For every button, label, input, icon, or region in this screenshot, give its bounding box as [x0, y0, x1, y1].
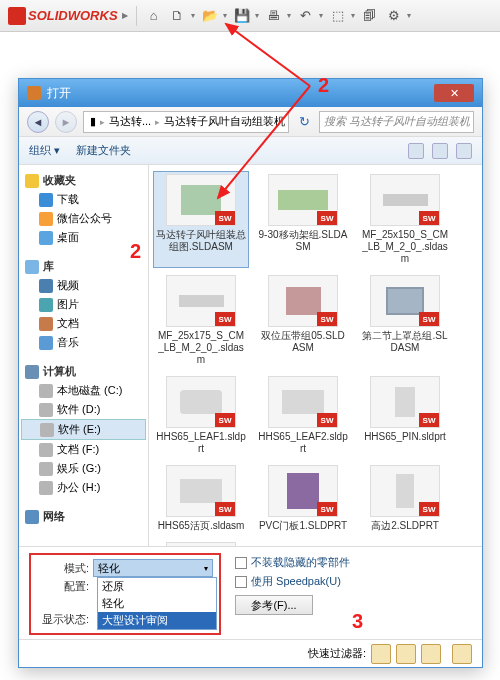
file-item[interactable]: SWMF_25x175_S_CM_LB_M_2_0_.sldasm [153, 272, 249, 369]
close-button[interactable]: ✕ [434, 84, 474, 102]
app-logo: SOLIDWORKS [8, 7, 118, 25]
dialog-nav: ◄ ► ▮▸ 马达转...▸ 马达转子风叶自动组装机▸ ▾ ↻ 搜索 马达转子风… [19, 107, 482, 137]
nav-fwd-button[interactable]: ► [55, 111, 77, 133]
save-icon[interactable]: 💾 [233, 7, 251, 25]
tree-music[interactable]: 音乐 [21, 333, 146, 352]
mode-option-largedesign[interactable]: 大型设计审阅 [98, 612, 216, 629]
file-item[interactable]: SWHHS65活页.sldasm [153, 462, 249, 535]
chevron-right-icon[interactable]: ▶ [122, 11, 128, 20]
open-icon[interactable]: 📂 [201, 7, 219, 25]
file-item[interactable]: SWHHS65_LEAF2.sldprt [255, 373, 351, 458]
mode-option-light[interactable]: 轻化 [98, 595, 216, 612]
mode-box: 模式: 轻化▾ 还原 轻化 大型设计审阅 配置: 显示状态: [29, 553, 221, 635]
display-label: 显示状态: [37, 612, 93, 627]
config-label: 配置: [37, 579, 93, 594]
filter-part-icon[interactable] [371, 644, 391, 664]
file-item[interactable]: SWHHS65_PIN.sldprt [357, 373, 453, 458]
tree-drive-f[interactable]: 文档 (F:) [21, 440, 146, 459]
undo-icon[interactable]: ↶ [297, 7, 315, 25]
filter-toplevel-icon[interactable] [452, 644, 472, 664]
logo-cube-icon [8, 7, 26, 25]
quick-filter-bar: 快速过滤器: [19, 639, 482, 667]
file-item[interactable] [153, 539, 249, 546]
file-item[interactable]: SW9-30移动架组.SLDASM [255, 171, 351, 268]
mode-dropdown: 还原 轻化 大型设计审阅 [97, 577, 217, 630]
tree-drive-d[interactable]: 软件 (D:) [21, 400, 146, 419]
tree-downloads[interactable]: 下载 [21, 190, 146, 209]
file-item[interactable]: SWPVC门板1.SLDPRT [255, 462, 351, 535]
tree-drive-h[interactable]: 办公 (H:) [21, 478, 146, 497]
tree-drive-g[interactable]: 娱乐 (G:) [21, 459, 146, 478]
folder-tree: 收藏夹 下载 微信公众号 桌面 库 视频 图片 文档 音乐 计算机 本地磁盘 (… [19, 165, 149, 546]
filter-drw-icon[interactable] [421, 644, 441, 664]
options-icon[interactable]: ⚙ [385, 7, 403, 25]
file-item[interactable]: SW第二节上罩总组.SLDASM [357, 272, 453, 369]
quickfilter-label: 快速过滤器: [308, 646, 366, 661]
network-icon [25, 510, 39, 524]
file-item[interactable]: SWHHS65_LEAF1.sldprt [153, 373, 249, 458]
library-icon [25, 260, 39, 274]
tree-pictures[interactable]: 图片 [21, 295, 146, 314]
app-toolbar: SOLIDWORKS ▶ ⌂ 🗋▾ 📂▾ 💾▾ 🖶▾ ↶▾ ⬚▾ 🗐 ⚙▾ [0, 0, 500, 32]
select-icon[interactable]: ⬚ [329, 7, 347, 25]
tree-documents[interactable]: 文档 [21, 314, 146, 333]
computer-icon [25, 365, 39, 379]
dialog-title: 打开 [47, 85, 71, 102]
nav-back-button[interactable]: ◄ [27, 111, 49, 133]
open-dialog: 打开 ✕ ◄ ► ▮▸ 马达转...▸ 马达转子风叶自动组装机▸ ▾ ↻ 搜索 … [18, 78, 483, 668]
dialog-titlebar: 打开 ✕ [19, 79, 482, 107]
tree-desktop[interactable]: 桌面 [21, 228, 146, 247]
newfolder-button[interactable]: 新建文件夹 [76, 143, 131, 158]
file-list: SW马达转子风叶组装总组图.SLDASM SW9-30移动架组.SLDASM S… [149, 165, 482, 546]
dialog-icon [27, 86, 41, 100]
app-name: SOLIDWORKS [28, 8, 118, 23]
star-icon [25, 174, 39, 188]
tree-wechat[interactable]: 微信公众号 [21, 209, 146, 228]
refresh-icon[interactable]: ↻ [295, 113, 313, 131]
search-input[interactable]: 搜索 马达转子风叶自动组装机 [319, 111, 474, 133]
mode-option-restore[interactable]: 还原 [98, 578, 216, 595]
print-icon[interactable]: 🖶 [265, 7, 283, 25]
svg-line-0 [226, 24, 310, 86]
file-item[interactable]: SWMF_25x150_S_CM_LB_M_2_0_.sldasm [357, 171, 453, 268]
file-item[interactable]: SW马达转子风叶组装总组图.SLDASM [153, 171, 249, 268]
new-doc-icon[interactable]: 🗋 [169, 7, 187, 25]
chk-hidden[interactable] [235, 557, 247, 569]
mode-label: 模式: [37, 561, 93, 576]
rebuild-icon[interactable]: 🗐 [361, 7, 379, 25]
help-icon[interactable] [456, 143, 472, 159]
organize-menu[interactable]: 组织 ▾ [29, 143, 60, 158]
file-item[interactable]: SW双位压带组05.SLDASM [255, 272, 351, 369]
dialog-bottom-panel: 模式: 轻化▾ 还原 轻化 大型设计审阅 配置: 显示状态: 不装载隐藏的零部件… [19, 546, 482, 639]
file-item[interactable]: SW高边2.SLDPRT [357, 462, 453, 535]
tree-drive-e[interactable]: 软件 (E:) [21, 419, 146, 440]
view-mode-icon[interactable] [408, 143, 424, 159]
filter-asm-icon[interactable] [396, 644, 416, 664]
mode-select[interactable]: 轻化▾ [93, 559, 213, 577]
preview-pane-icon[interactable] [432, 143, 448, 159]
home-icon[interactable]: ⌂ [145, 7, 163, 25]
tree-videos[interactable]: 视频 [21, 276, 146, 295]
breadcrumb[interactable]: ▮▸ 马达转...▸ 马达转子风叶自动组装机▸ ▾ [83, 111, 289, 133]
references-button[interactable]: 参考(F)... [235, 595, 313, 615]
dialog-toolbar: 组织 ▾ 新建文件夹 [19, 137, 482, 165]
tree-drive-c[interactable]: 本地磁盘 (C:) [21, 381, 146, 400]
chk-speedpak[interactable] [235, 576, 247, 588]
